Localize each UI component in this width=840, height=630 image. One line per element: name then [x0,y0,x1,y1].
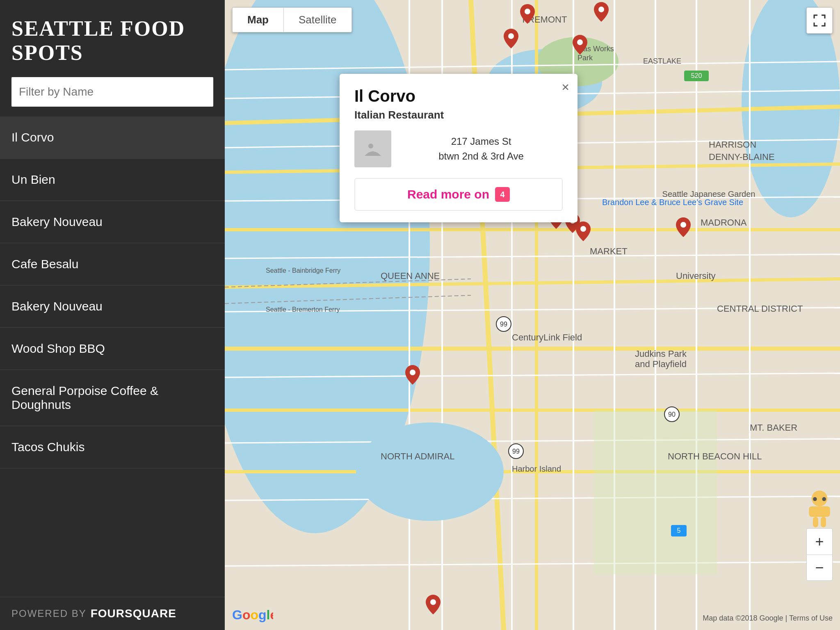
popup-thumbnail [354,130,391,167]
svg-text:HARRISON: HARRISON [709,139,756,150]
svg-rect-84 [813,497,817,501]
foursquare-read-more-button[interactable]: Read more on 4 [354,178,563,211]
app-title: Seattle Food Spots [0,0,225,77]
svg-rect-79 [363,139,383,159]
sidebar-footer: POWERED BY FOURSQUARE [0,597,225,630]
svg-point-71 [508,33,514,39]
svg-text:520: 520 [691,72,702,79]
svg-text:DENNY-BLAINE: DENNY-BLAINE [709,152,775,162]
powered-by-text: POWERED BY [11,608,87,619]
restaurant-list: Il CorvoUn BienBakery NouveauCafe Besalu… [0,116,225,597]
svg-text:Seattle - Bainbridge Ferry: Seattle - Bainbridge Ferry [266,267,340,274]
powered-by-label: POWERED BY FOURSQUARE [11,607,213,620]
svg-point-70 [598,7,604,12]
zoom-in-button[interactable]: + [806,528,833,555]
popup-details: 217 James St btwn 2nd & 3rd Ave [354,130,563,167]
map-pin-8[interactable] [676,217,691,237]
svg-point-72 [577,39,583,45]
svg-point-80 [368,144,373,148]
restaurant-list-item[interactable]: Cafe Besalu [0,243,225,285]
svg-point-77 [410,370,415,375]
svg-text:NORTH ADMIRAL: NORTH ADMIRAL [381,451,455,461]
svg-text:MARKET: MARKET [590,246,628,256]
svg-text:MADRONA: MADRONA [701,217,747,228]
svg-rect-86 [809,506,830,517]
map-pin-10[interactable] [426,595,441,614]
search-input[interactable] [11,77,213,107]
svg-text:5: 5 [677,527,681,534]
map-button[interactable]: Map [233,8,283,32]
restaurant-list-item[interactable]: General Porpoise Coffee & Doughnuts [0,370,225,426]
svg-text:Judkins Park: Judkins Park [635,349,687,359]
svg-text:EASTLAKE: EASTLAKE [643,57,681,65]
svg-rect-34 [594,410,717,574]
map-pin-7[interactable] [576,221,591,241]
svg-text:99: 99 [500,321,507,328]
restaurant-list-item[interactable]: Tacos Chukis [0,426,225,468]
svg-text:90: 90 [668,411,676,418]
sidebar: Seattle Food Spots Il CorvoUn BienBakery… [0,0,225,630]
svg-text:Seattle Japanese Garden: Seattle Japanese Garden [662,189,756,199]
svg-text:and Playfield: and Playfield [635,359,687,369]
svg-text:University: University [676,271,716,281]
popup-address: 217 James St btwn 2nd & 3rd Ave [399,134,563,164]
svg-point-75 [580,226,586,232]
map-pin-9[interactable] [405,365,420,385]
map-attribution: Map data ©2018 Google | Terms of Use [703,614,833,623]
svg-point-33 [356,422,504,521]
svg-text:MT. BAKER: MT. BAKER [750,422,797,433]
restaurant-list-item[interactable]: Bakery Nouveau [0,201,225,243]
zoom-out-button[interactable]: − [806,555,833,581]
google-logo: Google [232,607,273,623]
popup-close-button[interactable]: × [562,80,569,94]
svg-point-69 [525,9,530,14]
svg-text:Google: Google [232,607,273,622]
map-container: Map Satellite [225,0,840,630]
restaurant-list-item[interactable]: Bakery Nouveau [0,285,225,328]
foursquare-brand: FOURSQUARE [91,607,176,620]
map-pin-3[interactable] [504,29,518,48]
svg-text:Seattle - Bremerton Ferry: Seattle - Bremerton Ferry [266,306,340,313]
svg-point-78 [430,599,436,605]
zoom-controls: + − [806,528,833,581]
restaurant-list-item[interactable]: Un Bien [0,159,225,201]
popup-place-name: Il Corvo [354,87,563,105]
restaurant-list-item[interactable]: Wood Shop BBQ [0,328,225,370]
fullscreen-button[interactable] [806,7,833,34]
read-more-text: Read more on [407,187,489,201]
map-pin-1[interactable] [520,4,535,24]
svg-text:CenturyLink Field: CenturyLink Field [512,332,582,342]
svg-text:NORTH BEACON HILL: NORTH BEACON HILL [668,451,762,461]
svg-rect-88 [821,517,826,527]
svg-rect-87 [813,517,818,527]
map-type-toggle: Map Satellite [232,7,352,32]
map-pin-2[interactable] [594,2,609,22]
svg-text:Harbor Island: Harbor Island [512,464,561,473]
map-pin-4[interactable] [573,35,587,55]
svg-text:Park: Park [578,54,593,62]
svg-point-76 [680,222,686,228]
pegman-icon[interactable] [806,491,833,523]
svg-text:4: 4 [500,190,505,199]
svg-text:CENTRAL DISTRICT: CENTRAL DISTRICT [717,304,803,314]
svg-text:Brandon Lee & Bruce Lee's Grav: Brandon Lee & Bruce Lee's Grave Site [602,198,743,207]
satellite-button[interactable]: Satellite [284,8,352,32]
svg-text:99: 99 [512,448,520,455]
filter-container [0,77,225,116]
svg-rect-85 [822,497,826,501]
info-popup: × Il Corvo Italian Restaurant 217 James … [340,74,578,222]
svg-text:QUEEN ANNE: QUEEN ANNE [381,271,440,281]
restaurant-list-item[interactable]: Il Corvo [0,116,225,159]
popup-place-category: Italian Restaurant [354,109,563,121]
